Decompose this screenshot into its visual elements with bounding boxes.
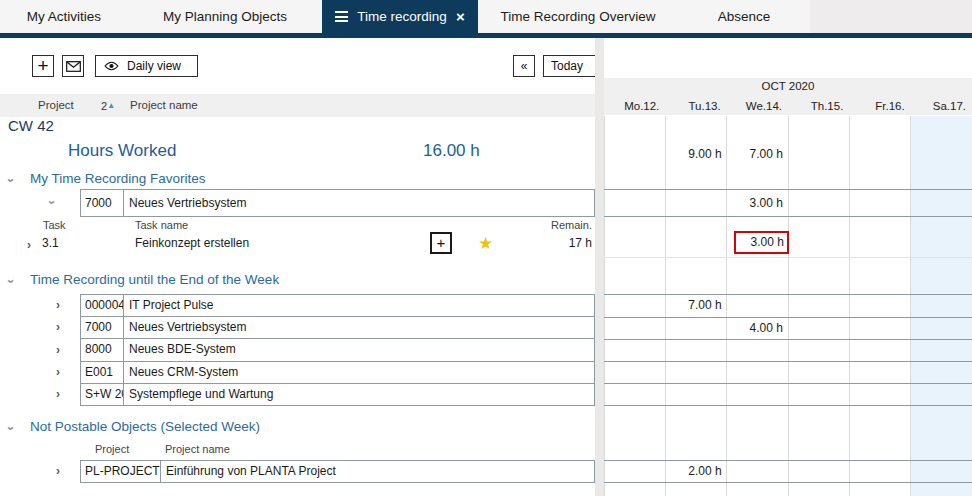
mail-button[interactable] — [62, 55, 84, 77]
hour-entry-cell[interactable] — [849, 190, 910, 216]
project-code-cell[interactable]: 8000 — [81, 339, 124, 360]
project-name-cell[interactable]: Systempflege und Wartung — [124, 384, 594, 405]
hour-entry-cell[interactable] — [849, 231, 910, 255]
tab-my-activities[interactable]: My Activities — [0, 0, 128, 33]
hour-entry-cell[interactable] — [788, 461, 849, 482]
favorites-section-title[interactable]: My Time Recording Favorites — [30, 171, 206, 186]
remaining-hours: 17 h — [500, 236, 592, 250]
tab-my-planning-objects[interactable]: My Planning Objects — [128, 0, 322, 33]
hour-entry-cell[interactable] — [604, 362, 665, 383]
collapse-chevron-icon[interactable]: › — [5, 279, 18, 283]
project-code-cell[interactable]: 7000 — [81, 317, 124, 338]
hour-entry-cell[interactable] — [604, 295, 665, 317]
project-name-cell[interactable]: Neues CRM-System — [124, 362, 594, 383]
hour-entry-cell[interactable] — [911, 318, 972, 339]
hour-entry-cell[interactable] — [665, 384, 726, 405]
previous-week-button[interactable]: « — [513, 55, 535, 77]
expand-chevron-icon[interactable]: › — [56, 344, 60, 356]
not-postable-row: PL-PROJECT Einführung von PLANTA Project — [80, 460, 595, 483]
hour-entry-cell[interactable] — [849, 318, 910, 339]
expand-chevron-icon[interactable]: › — [56, 366, 60, 378]
hour-entry-cell[interactable] — [604, 340, 665, 361]
project-code-cell[interactable]: 000004 — [81, 295, 124, 316]
pane-divider[interactable] — [595, 38, 604, 496]
hour-entry-cell[interactable] — [665, 190, 726, 216]
add-booking-button[interactable]: + — [430, 232, 452, 254]
project-name-cell[interactable]: Neues Vertriebsystem — [124, 317, 594, 338]
hours-worked-cell: 7.00 h — [727, 142, 788, 166]
hour-entry-cell[interactable] — [604, 231, 665, 255]
hour-entry-cell[interactable] — [727, 362, 788, 383]
hour-entry-cell[interactable] — [788, 318, 849, 339]
hour-entry-cell[interactable] — [727, 461, 788, 482]
hour-entry-cell[interactable]: 7.00 h — [665, 295, 726, 317]
hour-entry-cell[interactable] — [788, 384, 849, 405]
add-button[interactable]: + — [32, 55, 54, 77]
hour-entry-cell[interactable] — [727, 340, 788, 361]
selected-hour-entry-field[interactable]: 3.00 h — [734, 231, 789, 254]
hour-entry-cell[interactable] — [788, 190, 849, 216]
project-name-cell[interactable]: Einführung von PLANTA Project — [161, 461, 594, 482]
week-section-title[interactable]: Time Recording until the End of the Week — [30, 272, 279, 287]
hour-entry-cell[interactable] — [727, 295, 788, 317]
tab-time-recording[interactable]: Time recording × — [322, 0, 478, 33]
not-postable-section-title[interactable]: Not Postable Objects (Selected Week) — [30, 419, 260, 434]
collapse-chevron-icon[interactable]: › — [5, 426, 18, 430]
hour-entry-cell[interactable] — [604, 318, 665, 339]
expand-chevron-icon[interactable]: › — [56, 299, 60, 311]
hour-entry-cell[interactable]: 2.00 h — [665, 461, 726, 482]
hour-entry-cell[interactable] — [849, 362, 910, 383]
hour-entry-cell[interactable] — [849, 461, 910, 482]
sort-indicator[interactable]: 2▲ — [101, 94, 115, 118]
hour-entry-cell[interactable] — [849, 384, 910, 405]
expand-chevron-icon[interactable]: › — [56, 321, 60, 333]
hour-entry-cell[interactable] — [911, 362, 972, 383]
collapse-chevron-icon[interactable]: › — [5, 178, 18, 182]
hour-entry-cell[interactable]: 4.00 h — [727, 318, 788, 339]
favorite-star-icon[interactable]: ★ — [478, 233, 493, 255]
hour-entry-cell[interactable] — [911, 190, 972, 216]
hour-entry-cell[interactable] — [665, 340, 726, 361]
hour-entry-cell[interactable] — [604, 461, 665, 482]
hour-entry-cell[interactable] — [788, 362, 849, 383]
project-code-cell[interactable]: S+W 20XX — [81, 384, 124, 405]
project-name-column-header[interactable]: Project name — [130, 94, 198, 117]
hamburger-menu-icon[interactable] — [335, 11, 348, 22]
hour-entry-cell[interactable] — [665, 362, 726, 383]
project-column-header[interactable]: Project — [38, 94, 74, 117]
hour-entry-cell[interactable] — [849, 340, 910, 361]
tab-absence[interactable]: Absence — [678, 0, 810, 33]
hour-entry-cell[interactable] — [911, 340, 972, 361]
project-name-cell[interactable]: IT Project Pulse — [124, 295, 594, 316]
hour-entry-cell[interactable] — [788, 231, 849, 255]
task-name[interactable]: Feinkonzept erstellen — [135, 236, 249, 250]
close-tab-icon[interactable]: × — [456, 9, 465, 24]
hour-entry-cell[interactable] — [911, 231, 972, 255]
expand-chevron-icon[interactable]: › — [27, 239, 31, 251]
expand-chevron-icon[interactable]: › — [56, 388, 60, 400]
collapse-chevron-icon[interactable]: › — [46, 200, 59, 204]
expand-chevron-icon[interactable]: › — [56, 465, 60, 477]
project-name-cell[interactable]: Neues Vertriebsystem — [124, 190, 594, 216]
project-name-cell[interactable]: Neues BDE-System — [124, 339, 594, 360]
hour-entry-cell[interactable] — [665, 318, 726, 339]
today-select[interactable]: Today — [543, 55, 601, 77]
hour-entry-cell[interactable] — [911, 295, 972, 317]
project-code-cell[interactable]: 7000 — [81, 190, 124, 216]
hour-entry-cell[interactable] — [604, 190, 665, 216]
task-id[interactable]: 3.1 — [42, 236, 59, 250]
hour-entry-cell[interactable] — [604, 384, 665, 405]
hour-entry-cell[interactable] — [788, 340, 849, 361]
daily-view-button[interactable]: Daily view — [95, 55, 198, 77]
hour-entry-cell[interactable] — [911, 384, 972, 405]
hour-entry-cell[interactable]: 3.00 h — [727, 190, 788, 216]
hour-entry-cell[interactable] — [665, 231, 726, 255]
project-code-cell[interactable]: E001 — [81, 362, 124, 383]
hour-entry-cell[interactable] — [911, 461, 972, 482]
hour-entry-cell[interactable] — [788, 295, 849, 317]
hour-entry-cell[interactable]: 3.00 h — [727, 231, 788, 255]
hour-entry-cell[interactable] — [727, 384, 788, 405]
project-code-cell[interactable]: PL-PROJECT — [81, 461, 161, 482]
hour-entry-cell[interactable] — [849, 295, 910, 317]
tab-time-recording-overview[interactable]: Time Recording Overview — [478, 0, 678, 33]
